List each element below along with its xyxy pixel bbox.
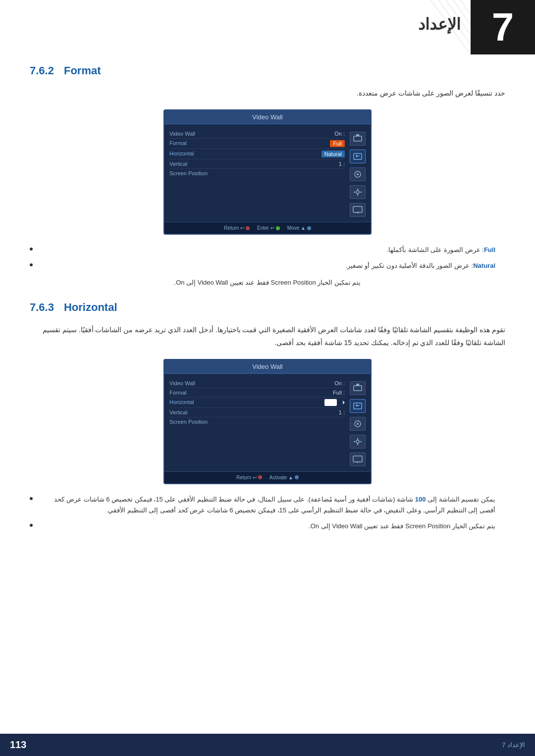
page-footer: الإعداد 7 113 (0, 734, 535, 756)
vw-row-vertical-1: : 1 Vertical (169, 159, 345, 169)
vw-icon-signal (350, 132, 366, 146)
vw-icon-circle-2 (350, 417, 366, 431)
vw-icon-circle (350, 167, 366, 181)
vw-icons-1 (350, 129, 366, 217)
vw-row-format-1: Full Format (169, 139, 345, 149)
vw-row-videowall-2: : On Video Wall (169, 379, 345, 388)
svg-rect-5 (354, 136, 362, 141)
vw-btn-return-2: ↩ Return (236, 475, 262, 480)
vw-ui-box-2: Video Wall (30, 359, 505, 484)
section-762-note: يتم تمكين الخيار Screen Position فقط عند… (30, 279, 505, 286)
svg-rect-30 (354, 441, 355, 442)
svg-marker-35 (343, 401, 345, 404)
vw-row-vertical-2: : 1 Vertical (169, 408, 345, 417)
svg-rect-32 (353, 456, 362, 462)
svg-rect-22 (354, 403, 362, 409)
vw-row-horizontal-1: Natural Horizontal (169, 149, 345, 159)
svg-rect-7 (354, 153, 362, 159)
svg-rect-20 (354, 386, 362, 391)
vw-btn-move-1: ▲ Move (287, 225, 311, 231)
vw-btn-dot-enter-1 (276, 226, 280, 230)
vw-footer-1: ▲ Move ↵ Enter ↩ Return (164, 222, 371, 234)
bullet-text-763-1: يمكن تقسيم الشاشة إلى 100 شاشة (شاشات أف… (37, 494, 495, 516)
bullet-dot-full (30, 248, 33, 251)
svg-point-12 (356, 191, 359, 194)
vw-btn-dot-return-1 (246, 226, 250, 230)
vw-btn-enter-1: ↵ Enter (257, 225, 280, 231)
vw-lbl-screenpos-1: Screen Position (169, 170, 208, 176)
vw-val-vw-2: : On (334, 380, 345, 386)
svg-rect-13 (357, 189, 358, 190)
vw-lbl-vw-2: Video Wall (169, 380, 195, 386)
vw-val-format-2: : Full (333, 390, 345, 396)
vw-lbl-horizontal-2: Horizontal (169, 399, 194, 406)
chapter-header: 7 الإعداد (0, 0, 535, 54)
vw-icon-adjust (350, 150, 366, 163)
section-763-intro: تقوم هذه الوظيفة بتقسيم الشاشة تلقائيًا … (30, 324, 505, 349)
svg-point-11 (357, 173, 359, 175)
vw-lbl-format-2: Format (169, 390, 187, 396)
vw-val-vertical-1: : 1 (339, 161, 345, 167)
chapter-box: 7 (471, 0, 535, 54)
vw-icon-display-2 (350, 453, 366, 466)
vw-val-format-1: Full (330, 140, 345, 147)
section-762: Format 7.6.2 حدد تنسيقًا لعرض الصور على … (30, 64, 505, 286)
vw-lbl-format-1: Format (169, 140, 187, 147)
vw-footer-2: ▲ Activate ↩ Return (164, 471, 371, 483)
svg-point-26 (357, 423, 359, 425)
bullet-item-full: Full: عرض الصورة على الشاشة بأكملها. (30, 245, 495, 255)
vw-lbl-horizontal-1: Horizontal (169, 151, 194, 157)
vw-lbl-vw-1: Video Wall (169, 131, 195, 137)
vw-icon-adjust-2 (350, 399, 366, 413)
vw-btn-dot-return-2 (258, 475, 262, 479)
bullet-dot-763-2 (30, 524, 33, 527)
bullet-text-full: Full: عرض الصورة على الشاشة بأكملها. (37, 245, 495, 255)
svg-rect-28 (357, 438, 358, 440)
section-763-title: Horizontal (64, 301, 117, 314)
footer-chapter-label: الإعداد 7 (502, 741, 525, 749)
vw-menu-2: : On Video Wall : Full Format (169, 379, 345, 466)
section-762-bullets: Full: عرض الصورة على الشاشة بأكملها. Nat… (30, 245, 505, 271)
vw-row-screenpos-1: Screen Position (169, 169, 345, 178)
section-763-number: 7.6.3 (30, 301, 54, 314)
bullet-item-763-2: يتم تمكين الخيار Screen Position فقط عند… (30, 521, 495, 532)
bullet-item-763-1: يمكن تقسيم الشاشة إلى 100 شاشة (شاشات أف… (30, 494, 495, 516)
vw-icon-gear (350, 185, 366, 199)
vw-box-2: Video Wall (163, 359, 372, 484)
vw-row-videowall-1: : On Video Wall (169, 129, 345, 139)
section-762-number: 7.6.2 (30, 64, 54, 77)
vw-icons-2 (350, 379, 366, 466)
vw-body-1: : On Video Wall Full Format Natural Hori… (164, 124, 371, 222)
vw-row-screenpos-2: Screen Position (169, 417, 345, 426)
svg-rect-31 (360, 441, 362, 442)
section-762-intro: حدد تنسيقًا لعرض الصور على شاشات عرض متع… (30, 87, 505, 100)
vw-box-1: Video Wall (163, 109, 372, 235)
section-762-title: Format (64, 64, 101, 77)
vw-val-vw-1: : On (334, 131, 345, 137)
svg-point-27 (356, 440, 359, 443)
chapter-title: الإعداد (418, 15, 461, 34)
svg-rect-14 (357, 194, 358, 196)
svg-marker-6 (356, 134, 359, 136)
bullet-text-natural: Natural: عرض الصور بالدقة الأصلية دون تك… (37, 260, 495, 271)
vw-title-bar-2: Video Wall (164, 360, 371, 374)
vw-btn-return-1: ↩ Return (224, 225, 250, 231)
vw-lbl-screenpos-2: Screen Position (169, 419, 208, 425)
bullet-item-natural: Natural: عرض الصور بالدقة الأصلية دون تك… (30, 260, 495, 271)
vw-val-horizontal-1: Natural (321, 151, 345, 157)
vw-menu-1: : On Video Wall Full Format Natural Hori… (169, 129, 345, 217)
main-content: Format 7.6.2 حدد تنسيقًا لعرض الصور على … (0, 0, 535, 532)
svg-marker-21 (356, 384, 359, 386)
vw-val-vertical-2: : 1 (339, 409, 345, 415)
vw-icon-display (350, 203, 366, 217)
footer-page-number: 113 (10, 739, 26, 751)
section-762-header: Format 7.6.2 (30, 64, 505, 77)
bullet-dot-763-1 (30, 497, 33, 500)
vw-btn-activate-2: ▲ Activate (269, 475, 299, 480)
vw-row-horizontal-2: Horizontal (169, 398, 345, 408)
bullet-dot-natural (30, 263, 33, 266)
vw-row-format-2: : Full Format (169, 388, 345, 398)
vw-lbl-vertical-1: Vertical (169, 161, 187, 167)
vw-btn-dot-activate-2 (295, 475, 299, 479)
vw-ui-box-1: Video Wall (30, 109, 505, 235)
